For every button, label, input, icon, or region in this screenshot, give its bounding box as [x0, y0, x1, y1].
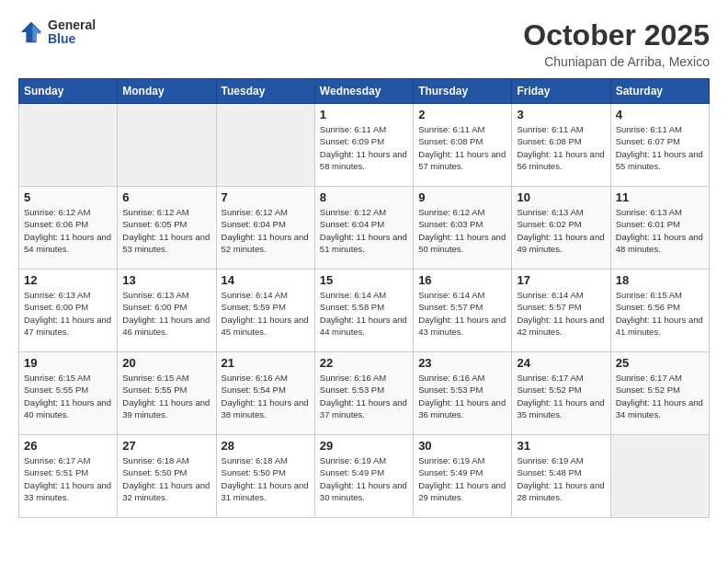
day-header-friday: Friday [512, 79, 610, 104]
calendar-cell: 14Sunrise: 6:14 AMSunset: 5:59 PMDayligh… [216, 270, 314, 352]
calendar-cell: 20Sunrise: 6:15 AMSunset: 5:55 PMDayligh… [118, 352, 216, 435]
calendar-cell [118, 104, 216, 187]
day-info: Sunrise: 6:11 AMSunset: 6:07 PMDaylight:… [616, 123, 704, 172]
calendar-table: SundayMondayTuesdayWednesdayThursdayFrid… [18, 78, 710, 518]
day-info: Sunrise: 6:16 AMSunset: 5:54 PMDaylight:… [222, 372, 310, 420]
day-number: 13 [122, 273, 210, 287]
calendar-cell: 1Sunrise: 6:11 AMSunset: 6:09 PMDaylight… [314, 104, 413, 187]
logo: General Blue [18, 18, 96, 47]
calendar-cell: 26Sunrise: 6:17 AMSunset: 5:51 PMDayligh… [19, 435, 118, 518]
day-info: Sunrise: 6:18 AMSunset: 5:50 PMDaylight:… [122, 454, 210, 503]
calendar-cell: 19Sunrise: 6:15 AMSunset: 5:55 PMDayligh… [19, 352, 118, 435]
page-header: General Blue October 2025 Chuniapan de A… [18, 18, 710, 69]
calendar-cell [216, 104, 314, 187]
week-row-1: 1Sunrise: 6:11 AMSunset: 6:09 PMDaylight… [19, 104, 710, 187]
day-header-thursday: Thursday [414, 79, 512, 104]
day-info: Sunrise: 6:15 AMSunset: 5:55 PMDaylight:… [122, 372, 210, 420]
day-header-tuesday: Tuesday [216, 79, 314, 104]
day-info: Sunrise: 6:14 AMSunset: 5:57 PMDaylight:… [517, 289, 605, 338]
calendar-cell: 13Sunrise: 6:13 AMSunset: 6:00 PMDayligh… [118, 270, 216, 352]
day-info: Sunrise: 6:17 AMSunset: 5:52 PMDaylight:… [517, 372, 605, 420]
day-number: 3 [517, 108, 605, 121]
day-info: Sunrise: 6:13 AMSunset: 6:02 PMDaylight:… [517, 206, 605, 255]
title-area: October 2025 Chuniapan de Arriba, Mexico [523, 18, 710, 69]
day-number: 27 [122, 439, 210, 453]
calendar-cell: 17Sunrise: 6:14 AMSunset: 5:57 PMDayligh… [512, 270, 610, 352]
day-info: Sunrise: 6:19 AMSunset: 5:49 PMDaylight:… [418, 454, 506, 503]
day-header-sunday: Sunday [19, 79, 118, 104]
day-number: 25 [616, 356, 704, 370]
day-info: Sunrise: 6:13 AMSunset: 6:00 PMDaylight:… [24, 289, 112, 338]
calendar-cell: 23Sunrise: 6:16 AMSunset: 5:53 PMDayligh… [414, 352, 512, 435]
day-info: Sunrise: 6:12 AMSunset: 6:04 PMDaylight:… [320, 206, 408, 255]
day-info: Sunrise: 6:15 AMSunset: 5:55 PMDaylight:… [24, 372, 112, 420]
day-info: Sunrise: 6:12 AMSunset: 6:03 PMDaylight:… [418, 206, 506, 255]
day-info: Sunrise: 6:11 AMSunset: 6:09 PMDaylight:… [320, 123, 408, 172]
calendar-title: October 2025 [523, 18, 710, 52]
day-number: 28 [222, 439, 310, 453]
day-number: 22 [320, 356, 408, 370]
calendar-cell: 2Sunrise: 6:11 AMSunset: 6:08 PMDaylight… [414, 104, 512, 187]
calendar-subtitle: Chuniapan de Arriba, Mexico [523, 54, 710, 69]
logo-general-text: General [48, 18, 96, 32]
day-header-saturday: Saturday [610, 79, 709, 104]
day-info: Sunrise: 6:19 AMSunset: 5:49 PMDaylight:… [320, 454, 408, 503]
day-number: 21 [222, 356, 310, 370]
day-number: 14 [222, 273, 310, 287]
calendar-cell: 22Sunrise: 6:16 AMSunset: 5:53 PMDayligh… [314, 352, 413, 435]
calendar-cell: 16Sunrise: 6:14 AMSunset: 5:57 PMDayligh… [414, 270, 512, 352]
calendar-cell: 18Sunrise: 6:15 AMSunset: 5:56 PMDayligh… [610, 270, 709, 352]
day-info: Sunrise: 6:12 AMSunset: 6:04 PMDaylight:… [222, 206, 310, 255]
days-header-row: SundayMondayTuesdayWednesdayThursdayFrid… [19, 79, 710, 104]
calendar-cell: 11Sunrise: 6:13 AMSunset: 6:01 PMDayligh… [610, 187, 709, 270]
day-info: Sunrise: 6:16 AMSunset: 5:53 PMDaylight:… [418, 372, 506, 420]
calendar-cell: 29Sunrise: 6:19 AMSunset: 5:49 PMDayligh… [314, 435, 413, 518]
calendar-cell: 7Sunrise: 6:12 AMSunset: 6:04 PMDaylight… [216, 187, 314, 270]
week-row-4: 19Sunrise: 6:15 AMSunset: 5:55 PMDayligh… [19, 352, 710, 435]
day-info: Sunrise: 6:14 AMSunset: 5:58 PMDaylight:… [320, 289, 408, 338]
calendar-cell: 12Sunrise: 6:13 AMSunset: 6:00 PMDayligh… [19, 270, 118, 352]
day-info: Sunrise: 6:15 AMSunset: 5:56 PMDaylight:… [616, 289, 704, 338]
day-number: 20 [122, 356, 210, 370]
logo-icon [18, 19, 44, 45]
day-number: 7 [222, 190, 310, 204]
day-number: 24 [517, 356, 605, 370]
calendar-cell: 25Sunrise: 6:17 AMSunset: 5:52 PMDayligh… [610, 352, 709, 435]
day-number: 6 [122, 190, 210, 204]
day-number: 29 [320, 439, 408, 453]
calendar-cell: 8Sunrise: 6:12 AMSunset: 6:04 PMDaylight… [314, 187, 413, 270]
calendar-cell: 6Sunrise: 6:12 AMSunset: 6:05 PMDaylight… [118, 187, 216, 270]
calendar-cell: 24Sunrise: 6:17 AMSunset: 5:52 PMDayligh… [512, 352, 610, 435]
week-row-5: 26Sunrise: 6:17 AMSunset: 5:51 PMDayligh… [19, 435, 710, 518]
calendar-cell: 9Sunrise: 6:12 AMSunset: 6:03 PMDaylight… [414, 187, 512, 270]
day-info: Sunrise: 6:17 AMSunset: 5:52 PMDaylight:… [616, 372, 704, 420]
day-info: Sunrise: 6:13 AMSunset: 6:00 PMDaylight:… [122, 289, 210, 338]
day-number: 2 [418, 108, 506, 121]
calendar-cell: 28Sunrise: 6:18 AMSunset: 5:50 PMDayligh… [216, 435, 314, 518]
day-info: Sunrise: 6:13 AMSunset: 6:01 PMDaylight:… [616, 206, 704, 255]
calendar-cell: 15Sunrise: 6:14 AMSunset: 5:58 PMDayligh… [314, 270, 413, 352]
calendar-cell: 10Sunrise: 6:13 AMSunset: 6:02 PMDayligh… [512, 187, 610, 270]
day-number: 10 [517, 190, 605, 204]
day-number: 11 [616, 190, 704, 204]
calendar-cell: 5Sunrise: 6:12 AMSunset: 6:06 PMDaylight… [19, 187, 118, 270]
day-number: 30 [418, 439, 506, 453]
day-info: Sunrise: 6:19 AMSunset: 5:48 PMDaylight:… [517, 454, 605, 503]
day-number: 12 [24, 273, 112, 287]
day-info: Sunrise: 6:16 AMSunset: 5:53 PMDaylight:… [320, 372, 408, 420]
day-info: Sunrise: 6:14 AMSunset: 5:59 PMDaylight:… [222, 289, 310, 338]
day-info: Sunrise: 6:12 AMSunset: 6:06 PMDaylight:… [24, 206, 112, 255]
day-number: 8 [320, 190, 408, 204]
day-number: 18 [616, 273, 704, 287]
calendar-cell: 31Sunrise: 6:19 AMSunset: 5:48 PMDayligh… [512, 435, 610, 518]
logo-text: General Blue [48, 18, 96, 47]
day-info: Sunrise: 6:18 AMSunset: 5:50 PMDaylight:… [222, 454, 310, 503]
logo-blue-text: Blue [48, 32, 96, 46]
day-info: Sunrise: 6:11 AMSunset: 6:08 PMDaylight:… [418, 123, 506, 172]
day-number: 15 [320, 273, 408, 287]
day-number: 1 [320, 108, 408, 121]
day-number: 5 [24, 190, 112, 204]
calendar-cell: 27Sunrise: 6:18 AMSunset: 5:50 PMDayligh… [118, 435, 216, 518]
week-row-2: 5Sunrise: 6:12 AMSunset: 6:06 PMDaylight… [19, 187, 710, 270]
day-info: Sunrise: 6:14 AMSunset: 5:57 PMDaylight:… [418, 289, 506, 338]
